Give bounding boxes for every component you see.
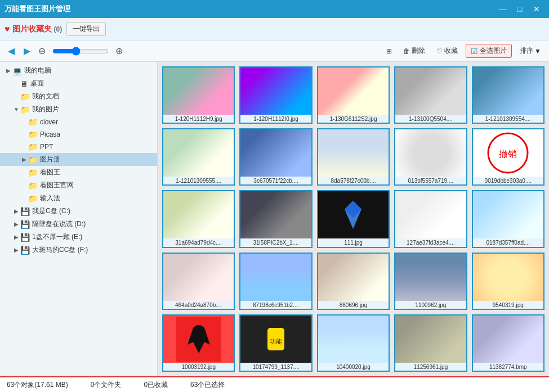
- toggle-icon: ▶: [20, 156, 28, 163]
- sidebar-item-mypics[interactable]: ▼ 📁 我的图片: [0, 103, 157, 116]
- image-thumbnail: [318, 67, 389, 115]
- export-button[interactable]: 一键导出: [66, 22, 106, 36]
- zoom-slider[interactable]: [52, 47, 109, 56]
- image-cell[interactable]: 1-120H1112H9.jpg: [162, 66, 235, 124]
- image-thumbnail: [318, 191, 389, 238]
- image-label: 11256961.jpg: [395, 363, 466, 371]
- image-cell[interactable]: 1-13100Q5504....: [394, 66, 467, 124]
- toolbar-title: 图片收藏夹: [12, 24, 52, 34]
- sort-button[interactable]: 排序 ▼: [516, 44, 544, 57]
- sidebar-label-clover: clover: [40, 118, 58, 126]
- image-cell[interactable]: 87198c6c951b2....: [239, 253, 312, 310]
- folder-mydocs-icon: 📁: [20, 92, 30, 101]
- sidebar-item-diskd[interactable]: ▶ 💾 隔壁盘在说谎 (D:): [0, 218, 157, 231]
- sidebar-item-input[interactable]: 📁 输入法: [0, 192, 157, 205]
- image-thumbnail: [163, 129, 234, 177]
- image-cell[interactable]: 0187d357ff0ad....: [472, 190, 544, 247]
- sidebar-label-picasa: Picasa: [40, 130, 60, 138]
- toolbar-nav: ◀ ▶ ⊖ ⊕ ⊞ 🗑 删除 ♡ 收藏 ☑ 全选图片 排序 ▼: [0, 40, 549, 62]
- sidebar-label-wtp: 看图王: [40, 168, 60, 177]
- image-cell[interactable]: 功能 10174799_1137....: [239, 314, 312, 372]
- sidebar-label-diskc: 我是C盘 (C:): [32, 206, 70, 216]
- image-cell[interactable]: 111.jpg: [317, 190, 390, 247]
- image-thumbnail: 功能: [240, 316, 311, 363]
- folder-wtpweb-icon: 📁: [28, 181, 38, 190]
- delete-button[interactable]: 🗑 删除: [400, 44, 429, 57]
- sidebar-label-ppt: PPT: [40, 143, 53, 151]
- sidebar-item-album[interactable]: ▶ 📁 图片册: [0, 153, 157, 166]
- image-cell[interactable]: 880696.jpg: [317, 253, 390, 310]
- computer-icon: 💻: [12, 66, 22, 75]
- image-cell[interactable]: 31a694ad79d4c....: [162, 190, 235, 247]
- sidebar-item-mydocs[interactable]: 📁 我的文档: [0, 90, 157, 103]
- title-bar: 万能看图王图片管理 — □ ✕: [0, 0, 549, 18]
- image-cell[interactable]: 10400020.jpg: [317, 314, 390, 372]
- minimize-button[interactable]: —: [495, 3, 511, 15]
- image-thumbnail: [240, 191, 311, 238]
- image-cell[interactable]: 3c670571f22cb....: [239, 128, 312, 186]
- image-cell[interactable]: 1-120H1112I0.jpg: [239, 66, 312, 124]
- image-cell[interactable]: 1-12101309555....: [162, 128, 235, 186]
- image-label: 111.jpg: [318, 238, 389, 246]
- sidebar-label-mydocs: 我的文档: [32, 92, 59, 101]
- sort-label: 排序: [520, 46, 533, 56]
- grid-view-button[interactable]: ⊞: [383, 46, 395, 57]
- image-cell[interactable]: 8da578f27c00b....: [317, 128, 390, 186]
- collect-button[interactable]: ♡ 收藏: [433, 44, 461, 57]
- image-cell[interactable]: 9540319.jpg: [472, 253, 544, 310]
- maximize-button[interactable]: □: [512, 3, 528, 15]
- image-cell[interactable]: 31i58PIC2bX_1....: [239, 190, 312, 247]
- image-cell[interactable]: 11256961.jpg: [394, 314, 467, 372]
- app-body: ♥ 图片收藏夹 (0) 一键导出 ◀ ▶ ⊖ ⊕ ⊞ 🗑 删除 ♡ 收藏 ☑: [0, 18, 549, 392]
- nav-forward-button[interactable]: ▶: [20, 43, 34, 58]
- image-cell[interactable]: 1-12101309554....: [472, 66, 544, 124]
- disk-f-icon: 💾: [20, 246, 30, 255]
- sidebar-item-ppt[interactable]: 📁 PPT: [0, 141, 157, 153]
- image-cell[interactable]: 撤销 0019dbbe303a0....: [472, 128, 544, 186]
- sidebar-item-diske[interactable]: ▶ 💾 1盘不厚一顾 (E:): [0, 231, 157, 244]
- image-cell[interactable]: 1100962.jpg: [394, 253, 467, 310]
- image-cell[interactable]: 127ae37fd3ace4....: [394, 190, 467, 247]
- status-folders: 0个文件夹: [91, 380, 122, 390]
- status-bar: 63个对象(17.61 MB) 0个文件夹 0已收藏 63个已选择: [0, 376, 549, 392]
- toggle-icon: ▶: [12, 221, 20, 227]
- select-all-button[interactable]: ☑ 全选图片: [466, 44, 512, 58]
- image-cell[interactable]: 464a0d24a870b....: [162, 253, 235, 310]
- image-thumbnail: [163, 254, 234, 301]
- image-label: 464a0d24a870b....: [163, 301, 234, 309]
- image-thumbnail: [473, 316, 543, 363]
- sidebar-item-desktop[interactable]: 🖥 桌面: [0, 77, 157, 90]
- image-thumbnail: 撤销: [473, 129, 543, 177]
- image-cell[interactable]: 1-130G6112S2.jpg: [317, 66, 390, 124]
- title-bar-text: 万能看图王图片管理: [5, 4, 495, 14]
- image-label: 10003192.jpg: [163, 363, 234, 371]
- grid-icon: ⊞: [386, 47, 392, 55]
- image-label: 10400020.jpg: [318, 363, 389, 371]
- status-objects: 63个对象(17.61 MB): [7, 380, 68, 390]
- sidebar-label-diske: 1盘不厚一顾 (E:): [32, 232, 82, 242]
- image-label: 0019dbbe303a0....: [473, 177, 543, 184]
- sidebar-item-diskf[interactable]: ▶ 💾 大斑马的CC盘 (F:): [0, 244, 157, 256]
- sidebar-item-wtpweb[interactable]: 📁 看图王官网: [0, 179, 157, 192]
- status-collected: 0已收藏: [144, 380, 168, 390]
- image-cell[interactable]: 013bf5557a719....: [394, 128, 467, 186]
- image-grid: 1-120H1112H9.jpg1-120H1112I0.jpg1-130G61…: [158, 62, 549, 376]
- zoom-plus-button[interactable]: ⊕: [113, 44, 125, 57]
- image-cell[interactable]: 10003192.jpg: [162, 314, 235, 372]
- image-label: 1100962.jpg: [395, 301, 466, 309]
- image-cell[interactable]: 11382774.bmp: [472, 314, 544, 372]
- check-icon: ☑: [471, 47, 478, 56]
- image-label: 31i58PIC2bX_1....: [240, 238, 311, 246]
- image-thumbnail: [395, 129, 466, 177]
- sidebar-item-diskc[interactable]: ▶ 💾 我是C盘 (C:): [0, 205, 157, 218]
- sidebar-item-clover[interactable]: 📁 clover: [0, 116, 157, 128]
- sidebar-item-picasa[interactable]: 📁 Picasa: [0, 128, 157, 141]
- nav-back-button[interactable]: ◀: [5, 43, 18, 58]
- image-thumbnail: [163, 67, 234, 115]
- close-button[interactable]: ✕: [529, 3, 544, 15]
- image-label: 87198c6c951b2....: [240, 301, 311, 309]
- zoom-minus-button[interactable]: ⊖: [36, 44, 48, 57]
- image-label: 127ae37fd3ace4....: [395, 238, 466, 246]
- sidebar-item-mypc[interactable]: ▶ 💻 我的电脑: [0, 64, 157, 77]
- sidebar-item-wtp[interactable]: 📁 看图王: [0, 166, 157, 179]
